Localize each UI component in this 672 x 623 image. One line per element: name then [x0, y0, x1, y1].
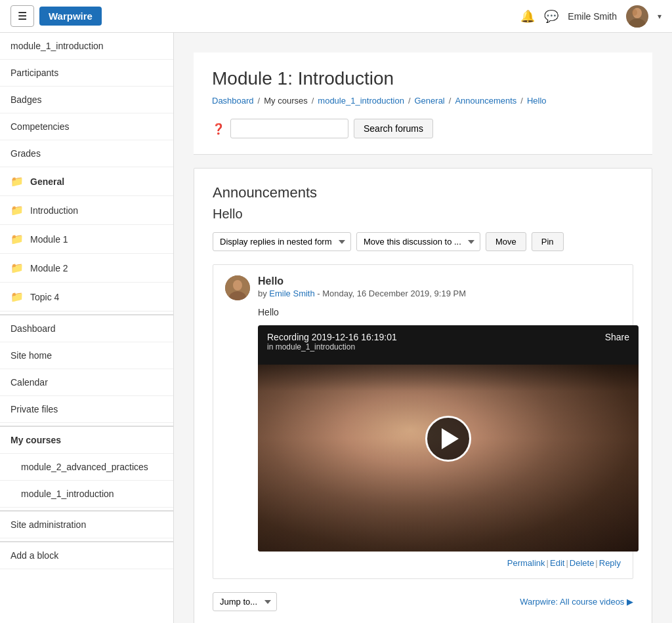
sidebar-item-label: Introduction [30, 205, 78, 216]
sidebar-item-site-home[interactable]: Site home [0, 342, 173, 369]
jump-select[interactable]: Jump to... [213, 592, 277, 611]
breadcrumb-module-intro[interactable]: module_1_introduction [318, 96, 404, 106]
announcements-card: Announcements Hello Display replies in n… [194, 168, 652, 623]
sidebar-item-label: Calendar [10, 377, 48, 388]
permalink-link[interactable]: Permalink [507, 558, 545, 568]
folder-icon: 📁 [10, 233, 24, 245]
page-title-section: Module 1: Introduction Dashboard / My co… [194, 52, 652, 155]
breadcrumb: Dashboard / My courses / module_1_introd… [212, 96, 634, 106]
sidebar-item-dashboard[interactable]: Dashboard [0, 315, 173, 342]
action-sep: | [547, 558, 549, 568]
move-select[interactable]: Move this discussion to ... [356, 232, 480, 251]
video-recording-sub: in module_1_introduction [267, 342, 397, 352]
sidebar-add-block[interactable]: Add a block [0, 542, 173, 569]
sidebar-my-courses-heading[interactable]: My courses [0, 427, 173, 454]
folder-icon: 📁 [10, 175, 24, 188]
action-sep: | [566, 558, 568, 568]
search-help-icon[interactable]: ❓ [212, 123, 225, 135]
sidebar-item-module-1-intro[interactable]: module_1_introduction [0, 33, 173, 60]
video-container[interactable]: Recording 2019-12-16 16:19:01 in module_… [258, 325, 639, 552]
controls-row: Display replies in nested formDisplay re… [213, 232, 633, 251]
sidebar-item-label: Site home [10, 350, 52, 361]
move-button[interactable]: Move [486, 232, 526, 251]
breadcrumb-general[interactable]: General [415, 96, 445, 106]
post-author-link[interactable]: Emile Smith [269, 289, 314, 298]
navbar: ☰ Warpwire 🔔 💬 Emile Smith ▾ [0, 0, 672, 33]
sidebar-item-grades[interactable]: Grades [0, 140, 173, 167]
main-content: Module 1: Introduction Dashboard / My co… [174, 33, 672, 623]
breadcrumb-sep: / [449, 96, 452, 106]
sidebar-item-label: Badges [10, 94, 41, 105]
sidebar-item-competencies[interactable]: Competencies [0, 113, 173, 140]
svg-point-3 [632, 9, 637, 16]
breadcrumb-dashboard[interactable]: Dashboard [212, 96, 254, 106]
search-forums-button[interactable]: Search forums [354, 119, 433, 138]
breadcrumb-sep: / [408, 96, 411, 106]
brand-button[interactable]: Warpwire [39, 7, 102, 26]
breadcrumb-sep: / [312, 96, 314, 106]
breadcrumb-sep: / [520, 96, 523, 106]
sidebar-item-module2[interactable]: 📁 Module 2 [0, 254, 173, 283]
sidebar-item-label: Private files [10, 404, 58, 414]
navbar-left: ☰ Warpwire [10, 5, 102, 27]
svg-point-1 [629, 18, 646, 28]
discussion-title: Hello [213, 207, 633, 222]
sidebar-item-participants[interactable]: Participants [0, 60, 173, 87]
breadcrumb-hello[interactable]: Hello [527, 96, 547, 106]
sidebar-item-label: Module 2 [30, 263, 68, 273]
user-dropdown-arrow[interactable]: ▾ [658, 12, 662, 21]
notifications-icon[interactable]: 🔔 [520, 9, 535, 24]
sidebar-course-2[interactable]: module_2_advanced_practices [0, 454, 173, 481]
sidebar-item-badges[interactable]: Badges [0, 87, 173, 113]
sidebar-item-label: module_1_introduction [21, 489, 114, 499]
reply-link[interactable]: Reply [599, 558, 621, 568]
post-subject: Hello [258, 275, 621, 287]
sidebar-site-administration[interactable]: Site administration [0, 512, 173, 538]
page-title: Module 1: Introduction [212, 68, 634, 89]
breadcrumb-announcements[interactable]: Announcements [455, 96, 516, 106]
sidebar-item-label: Site administration [10, 519, 86, 530]
sidebar-item-label: Module 1 [30, 234, 68, 245]
folder-icon: 📁 [10, 262, 24, 274]
messages-icon[interactable]: 💬 [544, 9, 558, 24]
navbar-right: 🔔 💬 Emile Smith ▾ [520, 5, 662, 28]
sidebar-item-module1[interactable]: 📁 Module 1 [0, 225, 173, 254]
play-triangle-icon [442, 428, 459, 449]
bottom-bar: Jump to... Warpwire: All course videos ▶ [213, 592, 633, 611]
post-byline: by Emile Smith - Monday, 16 December 201… [258, 289, 621, 298]
sidebar-item-private-files[interactable]: Private files [0, 396, 173, 423]
sidebar-item-label: Participants [10, 68, 58, 78]
search-row: ❓ Search forums [212, 116, 634, 141]
display-select[interactable]: Display replies in nested formDisplay re… [213, 232, 351, 251]
hamburger-button[interactable]: ☰ [10, 5, 34, 27]
video-play-button[interactable] [425, 416, 471, 462]
sidebar: module_1_introduction Participants Badge… [0, 33, 174, 623]
action-sep: | [595, 558, 597, 568]
svg-point-5 [233, 280, 242, 291]
delete-link[interactable]: Delete [570, 558, 595, 568]
sidebar-item-introduction[interactable]: 📁 Introduction [0, 196, 173, 225]
sidebar-item-label: Dashboard [10, 323, 56, 334]
sidebar-item-label: Grades [10, 148, 41, 159]
search-input[interactable] [230, 119, 348, 138]
warpwire-all-videos-link[interactable]: Warpwire: All course videos ▶ [520, 597, 633, 607]
post-actions: Permalink | Edit | Delete | Reply [225, 558, 621, 568]
sidebar-item-label: General [30, 176, 64, 187]
video-share-button[interactable]: Share [605, 332, 629, 342]
breadcrumb-sep: / [258, 96, 261, 106]
post-meta: Hello by Emile Smith - Monday, 16 Decemb… [258, 275, 621, 298]
sidebar-item-calendar[interactable]: Calendar [0, 369, 173, 396]
sidebar-course-1[interactable]: module_1_introduction [0, 481, 173, 508]
post-author-avatar [225, 275, 250, 300]
avatar[interactable] [626, 5, 648, 28]
video-top-bar: Recording 2019-12-16 16:19:01 in module_… [258, 325, 639, 358]
sidebar-item-label: module_1_introduction [10, 41, 104, 51]
layout: module_1_introduction Participants Badge… [0, 33, 672, 623]
pin-button[interactable]: Pin [532, 232, 564, 251]
sidebar-item-general[interactable]: 📁 General [0, 167, 173, 196]
sidebar-item-label: Add a block [10, 550, 58, 561]
edit-link[interactable]: Edit [550, 558, 564, 568]
forum-section-title: Announcements [213, 184, 633, 201]
video-recording-title: Recording 2019-12-16 16:19:01 [267, 332, 397, 342]
sidebar-item-topic4[interactable]: 📁 Topic 4 [0, 283, 173, 312]
